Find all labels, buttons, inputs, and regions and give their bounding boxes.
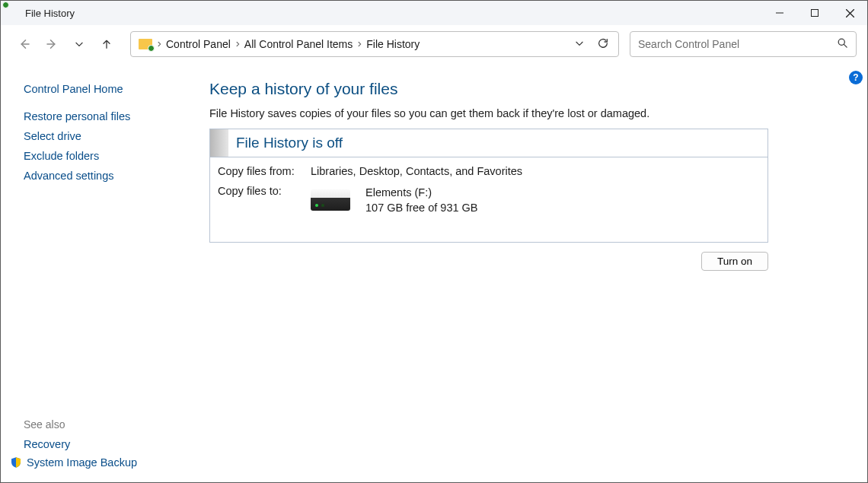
turn-on-button[interactable]: Turn on xyxy=(701,252,768,271)
status-panel: File History is off Copy files from: Lib… xyxy=(209,129,768,243)
search-input[interactable] xyxy=(638,38,837,50)
drive-name: Elements (F:) xyxy=(365,185,478,200)
chevron-right-icon[interactable] xyxy=(234,38,241,50)
see-also-recovery[interactable]: Recovery xyxy=(24,438,70,450)
sidebar-link-select-drive[interactable]: Select drive xyxy=(24,130,190,142)
titlebar: File History xyxy=(1,1,867,25)
copy-from-value: Libraries, Desktop, Contacts, and Favori… xyxy=(311,165,760,177)
window-title: File History xyxy=(25,8,75,19)
page-description: File History saves copies of your files … xyxy=(209,107,768,119)
sidebar: Control Panel Home Restore personal file… xyxy=(1,63,197,482)
see-also-section: See also Recovery System Image Backup xyxy=(24,418,190,475)
see-also-heading: See also xyxy=(24,418,190,431)
copy-to-label: Copy files to: xyxy=(218,185,311,216)
maximize-button[interactable] xyxy=(797,2,832,24)
sidebar-link-restore-personal-files[interactable]: Restore personal files xyxy=(24,110,190,122)
breadcrumb-segment[interactable]: Control Panel xyxy=(166,38,231,50)
breadcrumb-segment[interactable]: File History xyxy=(366,38,420,50)
see-also-system-image-backup[interactable]: System Image Backup xyxy=(27,456,137,469)
breadcrumb-segment[interactable]: All Control Panel Items xyxy=(244,38,353,50)
drive-icon xyxy=(311,189,350,211)
shield-icon xyxy=(10,456,22,469)
address-icon xyxy=(136,32,155,56)
chevron-right-icon[interactable] xyxy=(155,38,163,50)
sidebar-link-advanced-settings[interactable]: Advanced settings xyxy=(24,170,190,182)
chevron-right-icon[interactable] xyxy=(356,38,363,50)
control-panel-home-link[interactable]: Control Panel Home xyxy=(24,83,190,95)
copy-from-label: Copy files from: xyxy=(218,165,311,177)
drive-space: 107 GB free of 931 GB xyxy=(365,200,478,215)
svg-rect-0 xyxy=(812,10,819,17)
close-button[interactable] xyxy=(832,2,867,24)
back-button[interactable] xyxy=(11,31,37,57)
panel-title: File History is off xyxy=(228,135,343,151)
page-heading: Keep a history of your files xyxy=(209,80,768,98)
search-box[interactable] xyxy=(630,31,857,57)
panel-header: File History is off xyxy=(210,129,767,157)
forward-button[interactable] xyxy=(39,31,65,57)
main-content: Keep a history of your files File Histor… xyxy=(197,63,867,482)
address-bar[interactable]: Control Panel All Control Panel Items Fi… xyxy=(130,31,619,57)
recent-locations-button[interactable] xyxy=(66,31,92,57)
sidebar-link-exclude-folders[interactable]: Exclude folders xyxy=(24,150,190,162)
search-icon[interactable] xyxy=(837,37,848,51)
minimize-button[interactable] xyxy=(762,2,797,24)
dropdown-icon[interactable] xyxy=(574,38,585,51)
nav-row: Control Panel All Control Panel Items Fi… xyxy=(1,25,867,63)
file-history-icon xyxy=(7,6,21,20)
panel-stripe xyxy=(210,129,228,157)
up-button[interactable] xyxy=(94,31,120,57)
refresh-icon[interactable] xyxy=(597,37,609,52)
